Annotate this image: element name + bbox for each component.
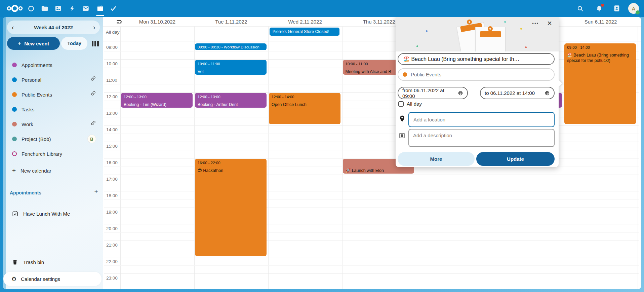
grid-column-line [564, 26, 564, 289]
half-hour-line [104, 216, 639, 216]
settings-label: Calendar settings [21, 276, 60, 282]
calendar-event[interactable]: 12:00 - 14:00Open Office Lunch [269, 93, 340, 124]
time-label: 23:00 [106, 276, 121, 281]
calendar-color-dot [12, 137, 17, 141]
week-navigation: ‹ Week 44 of 2022 › [7, 21, 100, 34]
hour-line [104, 224, 639, 224]
event-editor-popup: ••• × 🏖️ Beach Luau (Bring something spe… [396, 17, 559, 167]
divider [103, 26, 641, 27]
sidebar-calendar-item[interactable]: Appointments [5, 59, 101, 71]
time-label: 17:00 [106, 177, 121, 182]
shared-link-icon[interactable] [90, 76, 96, 83]
grid-column-line [268, 26, 269, 289]
time-label: 22:00 [106, 259, 121, 264]
week-label: Week 44 of 2022 [34, 25, 73, 30]
files-icon[interactable] [38, 0, 51, 17]
status-dot [636, 10, 640, 14]
avatar-letter: A [632, 6, 636, 11]
time-label: 11:00 [106, 78, 121, 83]
calendar-color-dot [12, 63, 17, 67]
allday-row-label: All day [106, 30, 120, 35]
calendar-event[interactable]: 12:00 - 13:00Booking - Tim (Wizard) [121, 93, 193, 108]
event-title: Booking - Tim (Wizard) [124, 102, 190, 107]
day-header: Mon 31.10.2022 [120, 17, 194, 26]
more-button[interactable]: More [398, 152, 475, 166]
notifications-bell-icon[interactable] [592, 0, 606, 17]
calendar-event[interactable]: 09:00 - 14:00🏖️ Beach Luau (Bring someth… [564, 43, 636, 124]
new-event-button[interactable]: + New event [7, 37, 60, 50]
calendar-event[interactable]: 10:00 - 11:00Vet [195, 60, 267, 75]
event-title: Vet [198, 69, 264, 74]
sidebar: ‹ Week 44 of 2022 › + New event Today Ap… [3, 17, 103, 289]
time-label: 15:00 [106, 144, 121, 149]
event-time: 12:00 - 14:00 [272, 95, 338, 99]
day-header: Wed 2.11.2022 [268, 17, 342, 26]
activity-icon[interactable] [66, 0, 79, 17]
appointment-config-label: Have Lunch With Me [23, 211, 70, 217]
appointments-heading: Appointments [10, 190, 41, 195]
allday-event[interactable]: Pierre's General Store Closed! [270, 28, 339, 36]
contacts-icon[interactable] [610, 0, 623, 17]
trash-label: Trash bin [23, 259, 44, 265]
description-placeholder: Add a description [413, 133, 452, 138]
calendar-settings-button[interactable]: ⚙ Calendar settings [3, 272, 102, 286]
event-title-input[interactable]: 🏖️ Beach Luau (Bring something special f… [398, 53, 555, 65]
close-icon[interactable]: × [545, 18, 554, 29]
description-input[interactable]: Add a description [408, 129, 555, 147]
sidebar-calendar-item[interactable]: Personal [5, 74, 101, 85]
calendar-event[interactable]: 12:00 - 13:00Booking - Arthur Dent [195, 93, 267, 108]
search-icon[interactable] [573, 0, 587, 17]
half-hour-line [104, 249, 639, 249]
calendar-app-icon[interactable] [93, 0, 107, 17]
grid-column-line [194, 26, 195, 289]
time-label: 09:00 [106, 45, 121, 50]
location-pin-icon [399, 115, 405, 122]
sidebar-calendar-item[interactable]: Tasks [5, 104, 101, 115]
previous-week-button[interactable]: ‹ [7, 21, 18, 34]
next-week-button[interactable]: › [88, 21, 100, 34]
sidebar-calendar-item[interactable]: Work [5, 118, 101, 130]
sidebar-calendar-item[interactable]: Fenchurch Library [5, 148, 101, 159]
today-button[interactable]: Today [61, 37, 87, 50]
location-input[interactable]: Add a location [408, 112, 555, 127]
calendar-name: Personal [22, 77, 41, 83]
update-button[interactable]: Update [476, 152, 555, 166]
new-calendar-button[interactable]: + New calendar [5, 165, 101, 176]
shared-link-icon[interactable] [90, 90, 96, 98]
calendar-event[interactable]: 16:00 - 22:00😎 Hackathon [195, 159, 267, 256]
half-hour-line [104, 183, 639, 183]
view-mode-grid-icon[interactable] [89, 38, 101, 48]
trash-bin-button[interactable]: Trash bin [5, 256, 101, 268]
shared-link-icon[interactable] [90, 120, 96, 127]
share-avatar-badge[interactable]: B [87, 135, 96, 143]
event-time: 09:00 - 14:00 [567, 45, 633, 50]
start-datetime-picker[interactable]: from 06.11.2022 at 09:00 [398, 87, 468, 99]
half-hour-line [104, 199, 639, 200]
tasks-icon[interactable] [107, 0, 120, 17]
nextcloud-logo[interactable] [5, 3, 24, 13]
hour-line [104, 241, 639, 241]
mail-icon[interactable] [79, 0, 92, 17]
end-datetime-picker[interactable]: to 06.11.2022 at 14:00 [480, 87, 555, 99]
text-cursor [413, 116, 413, 123]
end-datetime-value: to 06.11.2022 at 14:00 [485, 90, 535, 96]
calendar-name: Public Events [22, 92, 52, 98]
sidebar-calendar-item[interactable]: Project (Bob)B [5, 133, 101, 145]
sidebar-calendar-item[interactable]: Public Events [5, 89, 101, 100]
allday-checkbox[interactable]: All day [398, 101, 422, 107]
day-header: Sun 6.11.2022 [564, 17, 638, 26]
event-title: 😎 Hackathon [198, 168, 264, 173]
appointment-config-item[interactable]: Have Lunch With Me [5, 208, 101, 219]
half-hour-line [104, 282, 639, 282]
add-appointment-config-button[interactable]: + [91, 188, 101, 197]
hour-line [104, 257, 639, 257]
new-event-label: New event [24, 41, 49, 46]
calendar-picker[interactable]: Public Events [398, 68, 555, 81]
more-options-icon[interactable]: ••• [531, 20, 540, 27]
photos-icon[interactable] [51, 0, 65, 17]
dashboard-icon[interactable] [24, 0, 38, 17]
calendar-color-dot [403, 72, 407, 77]
gear-icon: ⚙ [11, 276, 16, 283]
calendar-event[interactable]: 09:00 - 09:30 - Workflow Discussion [195, 43, 267, 50]
grid-column-line [342, 26, 343, 289]
